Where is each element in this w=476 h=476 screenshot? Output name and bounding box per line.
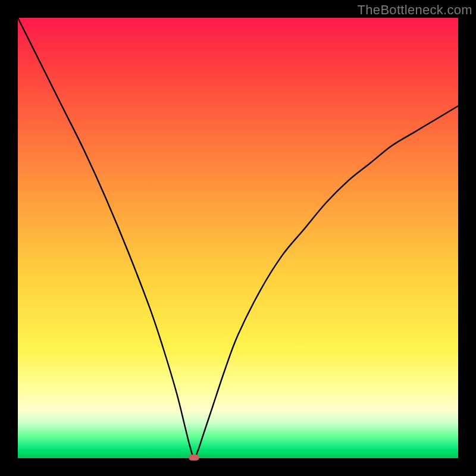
bottleneck-curve — [18, 18, 458, 458]
plot-area — [18, 18, 458, 458]
watermark-text: TheBottleneck.com — [358, 2, 472, 18]
outer-frame: TheBottleneck.com — [0, 0, 476, 476]
minimum-marker — [189, 455, 199, 461]
curve-path — [18, 18, 458, 458]
